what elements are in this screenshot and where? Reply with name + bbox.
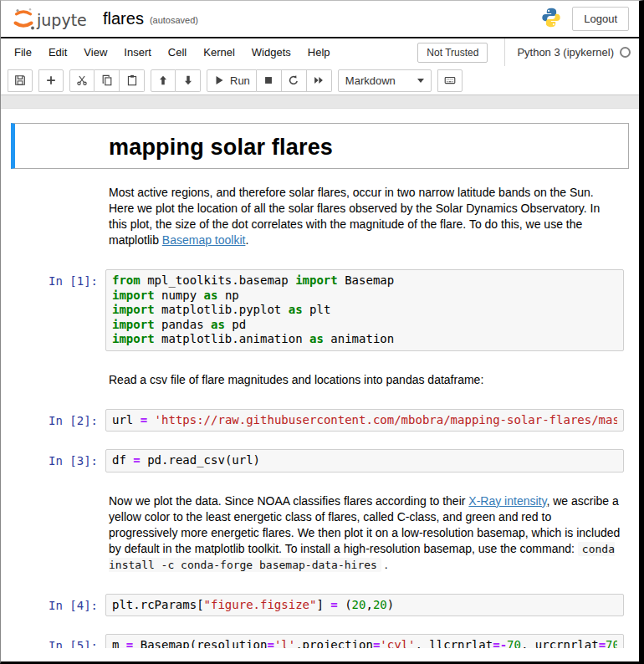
save-icon — [14, 74, 26, 86]
notebook-area[interactable]: mapping solar flaresMost active regions,… — [1, 109, 639, 648]
save-button[interactable] — [8, 69, 33, 92]
markdown-text: . — [245, 233, 248, 247]
jupyter-logo[interactable]: jupyter — [11, 7, 88, 32]
interrupt-icon — [263, 74, 274, 86]
insert-below-icon — [45, 74, 57, 86]
not-trusted-button[interactable]: Not Trusted — [417, 43, 488, 63]
menu-item-insert[interactable]: Insert — [115, 41, 160, 64]
markdown-paragraph: Read a csv file of flare magnitudes and … — [109, 372, 621, 388]
cell-prompt — [19, 181, 105, 252]
toolbar-group — [151, 69, 201, 92]
markdown-link[interactable]: Basemap toolkit — [162, 233, 246, 247]
cell-prompt: In [1]: — [19, 269, 105, 351]
markdown-cell[interactable]: Read a csv file of flare magnitudes and … — [11, 364, 629, 396]
paste-icon — [126, 74, 138, 86]
header-shadow-gap — [1, 95, 639, 109]
markdown-paragraph: Now we plot the data. Since NOAA classif… — [109, 493, 621, 573]
menu-bar: FileEditViewInsertCellKernelWidgetsHelp … — [1, 38, 639, 66]
menu-items: FileEditViewInsertCellKernelWidgetsHelp — [6, 41, 339, 64]
insert-below-button[interactable] — [38, 69, 64, 92]
markdown-content: mapping solar flares — [105, 128, 624, 164]
cell-prompt — [19, 369, 105, 391]
keyboard-button[interactable] — [437, 69, 463, 92]
code-cell[interactable]: In [5]:m = Basemap(resolution='l',projec… — [11, 629, 629, 648]
logout-button[interactable]: Logout — [572, 7, 629, 31]
autosave-status: (autosaved) — [150, 15, 198, 25]
code-input[interactable]: from mpl_toolkits.basemap import Basemap… — [105, 269, 624, 351]
markdown-paragraph: Most active regions, and therefore solar… — [109, 185, 621, 248]
menu-item-edit[interactable]: Edit — [40, 41, 75, 64]
cell-prompt — [19, 128, 105, 164]
code-input[interactable]: plt.rcParams["figure.figsize"] = (20,20) — [105, 594, 624, 617]
cell-type-value: Markdown — [345, 74, 396, 87]
markdown-heading: mapping solar flares — [109, 140, 621, 156]
toolbar-group: Markdown — [338, 69, 432, 92]
code-input[interactable]: df = pd.read_csv(url) — [105, 449, 624, 472]
header-right: Logout — [540, 7, 629, 32]
restart-run-all-button[interactable] — [307, 69, 332, 92]
run-button[interactable]: Run — [207, 69, 257, 92]
restart-run-all-icon — [313, 74, 325, 86]
cell-type-select[interactable]: Markdown — [338, 69, 432, 92]
python-logo-icon — [540, 7, 562, 32]
menu-item-help[interactable]: Help — [299, 41, 339, 64]
markdown-content: Now we plot the data. Since NOAA classif… — [105, 490, 624, 576]
code-cell[interactable]: In [1]:from mpl_toolkits.basemap import … — [11, 264, 629, 356]
cut-icon — [76, 74, 88, 86]
menu-item-file[interactable]: File — [6, 41, 40, 64]
notebook-title[interactable]: flares — [103, 9, 144, 28]
code-cell[interactable]: In [3]:df = pd.read_csv(url) — [11, 444, 629, 478]
cut-button[interactable] — [69, 69, 95, 92]
code-input[interactable]: m = Basemap(resolution='l',projection='c… — [105, 634, 624, 648]
markdown-text: . — [381, 558, 388, 571]
keyboard-icon — [444, 74, 456, 86]
code-cell[interactable]: In [2]:url = 'https://raw.githubusercont… — [11, 404, 629, 437]
markdown-cell[interactable]: mapping solar flares — [11, 123, 629, 169]
kernel-status-idle-icon — [620, 47, 631, 58]
restart-icon — [288, 74, 299, 86]
paste-button[interactable] — [120, 69, 145, 92]
move-down-icon — [182, 74, 194, 86]
run-icon — [213, 74, 225, 86]
interrupt-button[interactable] — [257, 69, 282, 92]
toolbar-group: Run — [207, 69, 332, 92]
jupyter-wordmark: jupyter — [36, 11, 88, 29]
markdown-text: Now we plot the data. Since NOAA classif… — [109, 494, 468, 508]
markdown-cell[interactable]: Most active regions, and therefore solar… — [11, 176, 629, 257]
restart-button[interactable] — [282, 69, 307, 92]
menu-item-cell[interactable]: Cell — [160, 41, 195, 64]
toolbar-group — [69, 69, 145, 92]
cell-prompt: In [5]: — [19, 634, 105, 648]
cell-prompt: In [4]: — [19, 594, 105, 617]
markdown-content: Read a csv file of flare magnitudes and … — [105, 369, 624, 391]
run-label: Run — [230, 74, 250, 87]
move-up-button[interactable] — [151, 69, 176, 92]
kernel-name: Python 3 (ipykernel) — [517, 46, 614, 59]
markdown-link[interactable]: X-Ray intensity — [468, 494, 546, 508]
code-input[interactable]: url = 'https://raw.githubusercontent.com… — [105, 409, 624, 432]
copy-icon — [101, 74, 113, 86]
code-cell[interactable]: In [4]:plt.rcParams["figure.figsize"] = … — [11, 589, 629, 622]
move-up-icon — [157, 74, 169, 86]
menu-item-widgets[interactable]: Widgets — [243, 41, 299, 64]
app-header: jupyter flares (autosaved) Logout — [1, 1, 639, 38]
menu-item-view[interactable]: View — [75, 41, 115, 64]
markdown-text: Read a csv file of flare magnitudes and … — [109, 373, 483, 386]
cell-prompt: In [3]: — [19, 449, 105, 472]
notebook-cells: mapping solar flaresMost active regions,… — [11, 123, 629, 648]
toolbar-group — [437, 69, 463, 92]
toolbar-group — [38, 69, 64, 92]
menu-item-kernel[interactable]: Kernel — [195, 41, 243, 64]
cell-prompt: In [2]: — [19, 409, 105, 432]
cell-prompt — [19, 490, 105, 576]
chevron-down-icon — [417, 79, 424, 83]
jupyter-notebook-app: jupyter flares (autosaved) Logout FileEd… — [0, 0, 644, 664]
toolbar: RunMarkdown — [1, 66, 639, 95]
copy-button[interactable] — [95, 69, 120, 92]
kernel-indicator: Python 3 (ipykernel) — [504, 38, 631, 66]
markdown-content: Most active regions, and therefore solar… — [105, 181, 624, 252]
toolbar-group — [8, 69, 33, 92]
markdown-cell[interactable]: Now we plot the data. Since NOAA classif… — [11, 485, 629, 581]
jupyter-planet-icon: jupyter — [11, 7, 88, 32]
move-down-button[interactable] — [176, 69, 201, 92]
